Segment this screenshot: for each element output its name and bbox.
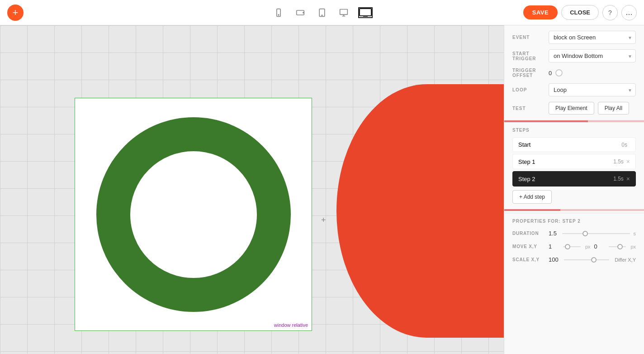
move-x-slider-track[interactable] — [563, 246, 581, 247]
test-buttons-group: Play Element Play All — [549, 102, 629, 115]
step-1-time: 1.5s — [613, 158, 624, 165]
move-x-unit: px — [585, 244, 591, 249]
device-switcher — [271, 7, 373, 18]
move-y-value: 0 — [594, 243, 605, 250]
start-trigger-select-wrapper: on Window Bottom ▼ — [549, 49, 636, 62]
loop-select[interactable]: Loop — [549, 83, 636, 96]
test-row: TEST Play Element Play All — [512, 102, 636, 115]
duration-unit: s — [634, 231, 636, 236]
canvas-frame[interactable]: window relative — [75, 98, 312, 331]
main-content: window relative + EVENT block on Screen … — [0, 25, 644, 354]
move-y-unit: px — [630, 244, 636, 249]
trigger-offset-slider[interactable] — [555, 69, 563, 77]
event-label: EVENT — [512, 35, 549, 40]
device-desktop-small-icon[interactable] — [336, 7, 351, 18]
duration-row: DURATION 1.5 s — [512, 230, 636, 237]
step-2-delete-button[interactable]: × — [626, 175, 630, 182]
step-2[interactable]: Step 2 1.5s × — [512, 171, 636, 187]
play-element-button[interactable]: Play Element — [549, 102, 594, 115]
trigger-offset-label: TRIGGER OFFSET — [512, 68, 549, 78]
step-1-delete-button[interactable]: × — [626, 158, 630, 165]
device-tablet-portrait-icon[interactable] — [315, 7, 329, 18]
toolbar: + — [0, 0, 644, 25]
scale-slider-track[interactable] — [564, 259, 609, 260]
progress-bar-bottom-fill — [504, 209, 560, 211]
progress-bar-bottom — [504, 209, 644, 211]
device-desktop-large-icon[interactable] — [358, 7, 373, 18]
close-button[interactable]: CLOSE — [561, 5, 599, 20]
move-xy-row: MOVE X,Y 1 px 0 px — [512, 243, 636, 250]
frame-label: window relative — [274, 322, 308, 328]
step-2-time: 1.5s — [613, 176, 624, 182]
svg-point-1 — [278, 14, 279, 15]
duration-slider-track[interactable] — [562, 233, 630, 234]
canvas-area: window relative + — [0, 25, 504, 354]
duration-value-group: 1.5 s — [549, 230, 636, 237]
start-trigger-row: START TRIGGER on Window Bottom ▼ — [512, 49, 636, 62]
right-panel: EVENT block on Screen ▼ START TRIGGER on… — [504, 25, 644, 354]
step-start[interactable]: Start 0s — [512, 137, 636, 152]
scale-slider-thumb[interactable] — [591, 257, 597, 263]
scale-xy-group: 100 Differ X,Y — [549, 256, 636, 263]
event-select-wrapper: block on Screen ▼ — [549, 31, 636, 44]
duration-label: DURATION — [512, 231, 549, 236]
move-xy-group: 1 px 0 px — [549, 243, 636, 250]
svg-point-3 — [303, 12, 304, 13]
add-step-button[interactable]: + Add step — [512, 190, 552, 204]
save-button[interactable]: SAVE — [523, 5, 558, 19]
properties-header: PROPERTIES FOR: STEP 2 — [512, 219, 636, 224]
add-button[interactable]: + — [7, 5, 24, 21]
move-y-slider-thumb[interactable] — [617, 244, 623, 249]
duration-value: 1.5 — [549, 230, 559, 237]
trigger-offset-value: 0 — [549, 70, 552, 77]
steps-section: STEPS Start 0s Step 1 1.5s × Step 2 1.5s… — [504, 122, 644, 209]
move-xy-label: MOVE X,Y — [512, 244, 549, 249]
scale-xy-label: SCALE X,Y — [512, 257, 549, 262]
more-button[interactable]: ... — [621, 5, 637, 20]
step-start-name: Start — [518, 141, 621, 148]
scale-x-value: 100 — [549, 256, 559, 263]
start-trigger-label: START TRIGGER — [512, 51, 549, 61]
play-all-button[interactable]: Play All — [598, 102, 629, 115]
svg-rect-9 — [360, 9, 371, 16]
duration-slider-thumb[interactable] — [582, 231, 588, 236]
event-row: EVENT block on Screen ▼ — [512, 31, 636, 44]
scale-differ-label: Differ X,Y — [615, 257, 636, 263]
step-1-name: Step 1 — [518, 158, 613, 165]
green-ring-shape — [96, 117, 291, 312]
step-1[interactable]: Step 1 1.5s × — [512, 154, 636, 169]
step-start-time: 0s — [621, 142, 627, 148]
test-label: TEST — [512, 106, 549, 111]
move-x-value: 1 — [549, 243, 559, 250]
start-trigger-select[interactable]: on Window Bottom — [549, 49, 636, 62]
loop-select-wrapper: Loop ▼ — [549, 83, 636, 96]
trigger-offset-row: TRIGGER OFFSET 0 — [512, 68, 636, 78]
help-button[interactable]: ? — [602, 5, 618, 20]
svg-rect-6 — [340, 9, 348, 14]
event-select[interactable]: block on Screen — [549, 31, 636, 44]
scale-xy-row: SCALE X,Y 100 Differ X,Y — [512, 256, 636, 263]
steps-header: STEPS — [512, 128, 636, 133]
step-2-name: Step 2 — [518, 176, 613, 182]
device-mobile-icon[interactable] — [271, 7, 286, 18]
loop-row: LOOP Loop ▼ — [512, 83, 636, 96]
move-x-slider-thumb[interactable] — [565, 244, 570, 249]
loop-label: LOOP — [512, 87, 549, 92]
properties-section: PROPERTIES FOR: STEP 2 DURATION 1.5 s MO… — [504, 213, 644, 275]
svg-point-5 — [322, 15, 322, 16]
move-y-slider-track[interactable] — [609, 246, 626, 247]
crosshair-icon: + — [321, 215, 326, 225]
device-tablet-landscape-icon[interactable] — [293, 7, 308, 18]
event-section: EVENT block on Screen ▼ START TRIGGER on… — [504, 25, 644, 120]
toolbar-right: SAVE CLOSE ? ... — [523, 5, 637, 20]
